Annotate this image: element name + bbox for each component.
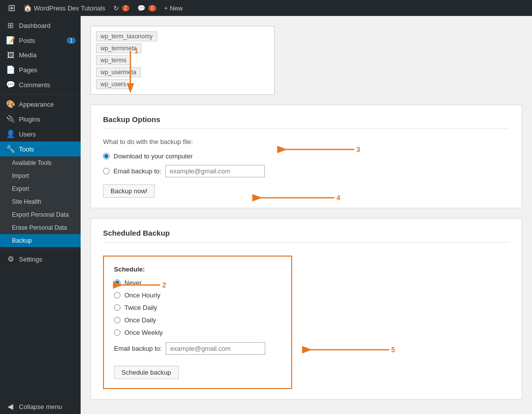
- db-table-item: wp_terms: [96, 55, 131, 65]
- schedule-options-box: Schedule: Never Once Hourly Twice Daily: [103, 256, 292, 389]
- content-area: wp_term_taxonomy wp_termmeta wp_terms wp…: [81, 16, 532, 414]
- appearance-icon: 🎨: [6, 100, 15, 109]
- db-table-item: wp_usermeta: [96, 67, 141, 77]
- admin-bar: ⊞ 🏠 WordPress Dev Tutorials ↻ 2 💬 0 + Ne…: [0, 0, 532, 16]
- sidebar-item-appearance[interactable]: 🎨 Appearance: [0, 97, 81, 112]
- sidebar-item-pages[interactable]: 📄 Pages: [0, 62, 81, 77]
- schedule-email-label: Email backup to:: [114, 345, 162, 352]
- never-label: Never: [124, 279, 142, 286]
- sidebar-item-backup[interactable]: Backup: [0, 234, 81, 247]
- users-icon: 👤: [6, 130, 15, 138]
- schedule-label: Schedule:: [114, 266, 281, 273]
- sidebar-item-plugins[interactable]: 🔌 Plugins: [0, 112, 81, 127]
- backup-question: What to do with the backup file:: [103, 138, 510, 145]
- twice-daily-radio[interactable]: [114, 304, 120, 311]
- sidebar-item-export-personal-data[interactable]: Export Personal Data: [0, 208, 81, 221]
- once-hourly-radio-row: Once Hourly: [114, 291, 281, 299]
- posts-icon: 📝: [6, 36, 15, 45]
- backup-options-title: Backup Options: [103, 115, 510, 129]
- main-nav: ⊞ Dashboard 📝 Posts 1 🖼 Media 📄 Pages 💬 …: [0, 16, 81, 269]
- email-radio[interactable]: [103, 168, 109, 174]
- comments[interactable]: 💬 0: [133, 0, 160, 16]
- once-daily-label: Once Daily: [124, 316, 156, 324]
- scheduled-backup-title: Scheduled Backup: [103, 229, 510, 243]
- tools-icon: 🔧: [6, 144, 15, 153]
- once-daily-radio[interactable]: [114, 317, 120, 323]
- dashboard-icon: ⊞: [6, 21, 15, 30]
- db-tables-box: wp_term_taxonomy wp_termmeta wp_terms wp…: [91, 26, 275, 95]
- sidebar: ⊞ Dashboard 📝 Posts 1 🖼 Media 📄 Pages 💬 …: [0, 16, 81, 414]
- site-name[interactable]: 🏠 WordPress Dev Tutorials: [19, 0, 109, 16]
- wp-logo[interactable]: ⊞: [4, 0, 19, 16]
- db-table-item: wp_termmeta: [96, 43, 141, 53]
- backup-options-section: Backup Options What to do with the backu…: [91, 105, 522, 208]
- backup-now-button[interactable]: Backup now!: [103, 184, 155, 198]
- media-icon: 🖼: [6, 51, 15, 59]
- once-daily-radio-row: Once Daily: [114, 316, 281, 324]
- home-icon: 🏠: [23, 4, 32, 12]
- db-table-item: wp_users: [96, 79, 130, 89]
- schedule-backup-button[interactable]: Schedule backup: [114, 366, 179, 379]
- sidebar-item-settings[interactable]: ⚙ Settings: [0, 252, 81, 267]
- collapse-icon: ◀: [6, 402, 15, 411]
- sidebar-item-users[interactable]: 👤 Users: [0, 127, 81, 141]
- sidebar-item-tools[interactable]: 🔧 Tools: [0, 141, 81, 156]
- main-content: wp_term_taxonomy wp_termmeta wp_terms wp…: [81, 16, 532, 414]
- download-radio-row: Download to your computer: [103, 152, 510, 160]
- schedule-email-row: Email backup to:: [114, 342, 281, 355]
- sidebar-item-site-health[interactable]: Site Health: [0, 195, 81, 208]
- tools-submenu: Available Tools Import Export Site Healt…: [0, 156, 81, 247]
- sidebar-item-comments[interactable]: 💬 Comments: [0, 77, 81, 92]
- new-content[interactable]: + New: [160, 0, 187, 16]
- collapse-menu-button[interactable]: ◀ Collapse menu: [0, 399, 81, 414]
- once-hourly-radio[interactable]: [114, 292, 120, 298]
- scheduled-backup-section: Scheduled Backup Schedule: Never Once Ho…: [91, 218, 522, 400]
- schedule-email-input[interactable]: [166, 342, 265, 355]
- sidebar-item-available-tools[interactable]: Available Tools: [0, 156, 81, 169]
- twice-daily-label: Twice Daily: [124, 304, 157, 311]
- never-radio-row: Never: [114, 279, 281, 286]
- sidebar-item-erase-personal-data[interactable]: Erase Personal Data: [0, 221, 81, 234]
- updates[interactable]: ↻ 2: [109, 0, 134, 16]
- settings-icon: ⚙: [6, 255, 15, 264]
- sidebar-item-posts[interactable]: 📝 Posts 1: [0, 33, 81, 48]
- db-table-item: wp_term_taxonomy: [96, 31, 157, 41]
- sidebar-item-import[interactable]: Import: [0, 169, 81, 182]
- plugins-icon: 🔌: [6, 115, 15, 124]
- once-hourly-label: Once Hourly: [124, 291, 160, 299]
- collapse-menu-area: ◀ Collapse menu: [0, 399, 81, 414]
- email-radio-row: Email backup to:: [103, 165, 510, 177]
- once-weekly-label: Once Weekly: [124, 329, 163, 336]
- sidebar-item-dashboard[interactable]: ⊞ Dashboard: [0, 18, 81, 33]
- comments-icon: 💬: [6, 80, 15, 89]
- download-radio-label: Download to your computer: [113, 152, 193, 160]
- once-weekly-radio-row: Once Weekly: [114, 329, 281, 336]
- sidebar-item-export[interactable]: Export: [0, 182, 81, 195]
- never-radio[interactable]: [114, 279, 120, 286]
- email-backup-input[interactable]: [165, 165, 265, 177]
- twice-daily-radio-row: Twice Daily: [114, 304, 281, 311]
- sidebar-item-media[interactable]: 🖼 Media: [0, 48, 81, 62]
- once-weekly-radio[interactable]: [114, 329, 120, 336]
- pages-icon: 📄: [6, 65, 15, 74]
- email-radio-label: Email backup to:: [113, 167, 161, 175]
- download-radio[interactable]: [103, 153, 109, 159]
